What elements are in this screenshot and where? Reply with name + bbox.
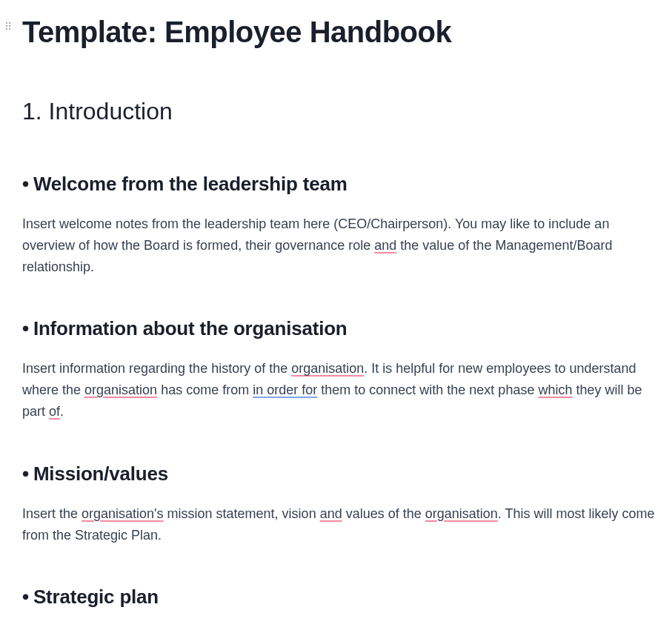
subsection-heading[interactable]: •Welcome from the leadership team <box>22 170 657 199</box>
bullet-icon: • <box>22 317 29 339</box>
page-title[interactable]: Template: Employee Handbook <box>22 15 657 49</box>
subsection-heading-text: Welcome from the leadership team <box>33 173 347 195</box>
subsection-heading-text: Strategic plan <box>33 586 159 608</box>
text-run: has come from <box>157 382 253 397</box>
underlined-word: organisation <box>84 382 157 397</box>
underlined-word: which <box>538 382 572 397</box>
text-run: mission statement, vision <box>164 506 320 521</box>
drag-handle-icon[interactable] <box>6 22 13 33</box>
subsection-heading[interactable]: •Mission/values <box>22 460 657 488</box>
subsection-strategic-plan[interactable]: •Strategic plan <box>22 583 657 612</box>
underlined-word: and <box>320 506 342 521</box>
subsection-heading[interactable]: •Information about the organisation <box>22 314 657 343</box>
subsection-welcome[interactable]: •Welcome from the leadership team Insert… <box>22 170 657 277</box>
subsection-heading[interactable]: •Strategic plan <box>22 583 657 612</box>
subsection-heading-text: Information about the organisation <box>33 317 347 339</box>
underlined-word: organisation <box>425 506 498 521</box>
body-paragraph[interactable]: Insert information regarding the history… <box>22 358 657 422</box>
body-paragraph[interactable]: Insert welcome notes from the leadership… <box>22 213 657 277</box>
body-paragraph[interactable]: Insert the organisation's mission statem… <box>22 503 657 546</box>
subsection-heading-text: Mission/values <box>33 463 168 485</box>
underlined-word: and <box>374 238 396 253</box>
text-run: . <box>60 404 64 419</box>
text-run: values of the <box>342 506 425 521</box>
text-run: Insert the <box>22 506 81 521</box>
bullet-icon: • <box>22 463 29 485</box>
underlined-word: organisation <box>291 361 364 376</box>
text-run: Insert information regarding the history… <box>22 361 291 376</box>
underlined-word: in order for <box>253 382 317 397</box>
bullet-icon: • <box>22 586 29 608</box>
subsection-info-org[interactable]: •Information about the organisation Inse… <box>22 314 657 422</box>
underlined-word: of <box>49 404 60 419</box>
bullet-icon: • <box>22 173 29 195</box>
document-body[interactable]: Template: Employee Handbook 1. Introduct… <box>22 15 657 612</box>
section-heading[interactable]: 1. Introduction <box>22 93 657 129</box>
underlined-word: organisation's <box>81 506 164 521</box>
subsection-mission[interactable]: •Mission/values Insert the organisation'… <box>22 460 657 546</box>
text-run: them to connect with the next phase <box>317 382 538 397</box>
